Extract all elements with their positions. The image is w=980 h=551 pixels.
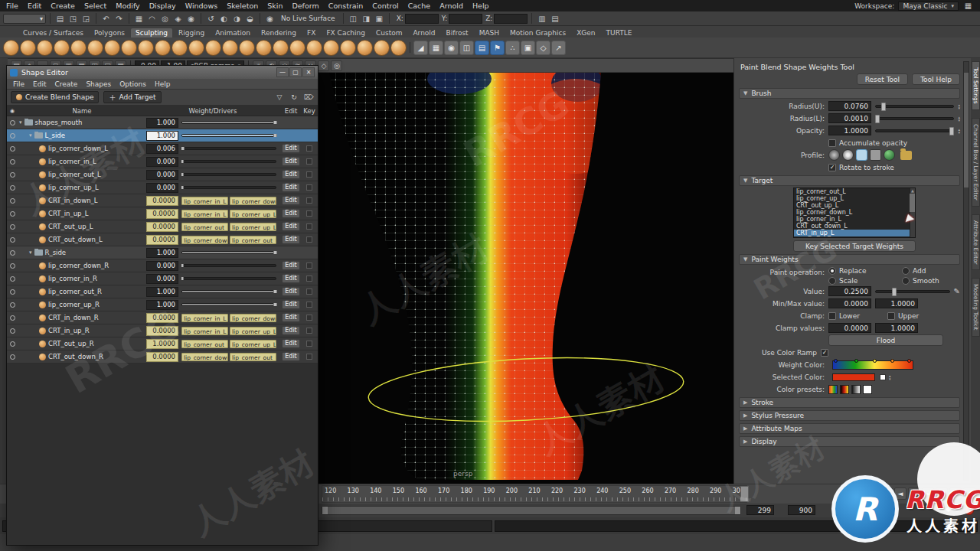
- shape-row-crt-in-up-l[interactable]: CRT_in_up_L0.0000lip_corner_in_Llip_corn…: [7, 207, 318, 220]
- menu-control[interactable]: Control: [372, 2, 398, 10]
- menu-select[interactable]: Select: [84, 2, 106, 10]
- xray-icon[interactable]: ◇: [318, 60, 329, 71]
- section-target[interactable]: ▼Target: [739, 175, 960, 186]
- weight-value-field[interactable]: 0.000: [146, 170, 178, 180]
- open-scene-icon[interactable]: ◳: [67, 13, 79, 24]
- sculpt-brush-icon[interactable]: [70, 40, 87, 56]
- row-select-gutter[interactable]: [7, 159, 18, 165]
- menu-windows[interactable]: Windows: [185, 2, 217, 10]
- slider-handle[interactable]: [881, 103, 886, 111]
- weight-value-field[interactable]: 1.0000: [146, 339, 178, 349]
- slider-knob[interactable]: [273, 303, 277, 306]
- min-value-field[interactable]: 0.0000: [828, 298, 871, 308]
- sculpt-brush-icon[interactable]: [374, 40, 390, 56]
- weight-slider[interactable]: [181, 277, 276, 280]
- row-select-gutter[interactable]: [7, 302, 18, 308]
- new-scene-icon[interactable]: ▤: [54, 13, 66, 24]
- slider-knob[interactable]: [273, 251, 277, 254]
- radio-scale-icon[interactable]: [828, 277, 836, 285]
- shelf-tab-curves-surfaces[interactable]: Curves / Surfaces: [18, 28, 88, 37]
- go-to-end-icon[interactable]: »: [963, 487, 975, 500]
- shape-row-crt-in-down-l[interactable]: CRT_in_down_L0.0000lip_corner_in_Llip_co…: [7, 194, 318, 207]
- sculpt-brush-icon[interactable]: [390, 40, 407, 56]
- edit-button[interactable]: Edit: [282, 196, 300, 205]
- go-to-start-icon[interactable]: «: [867, 487, 879, 500]
- slider-knob[interactable]: [181, 264, 184, 267]
- add-target-button[interactable]: ＋Add Target: [103, 91, 161, 103]
- attribute-editor-toggle-icon[interactable]: ▤: [549, 13, 560, 24]
- magnet-icon[interactable]: ◉: [264, 13, 276, 24]
- row-select-gutter[interactable]: [7, 328, 18, 334]
- menu-create[interactable]: Create: [51, 2, 75, 10]
- key-icon[interactable]: [306, 158, 312, 165]
- slider-handle[interactable]: [875, 115, 880, 123]
- value-field[interactable]: 0.2500: [828, 286, 871, 296]
- panel-scrollbar[interactable]: [963, 61, 969, 481]
- row-select-gutter[interactable]: [7, 237, 18, 243]
- shape-editor-titlebar[interactable]: Shape Editor — ▢ ✕: [7, 66, 318, 79]
- key-icon[interactable]: [306, 328, 312, 334]
- sculpt-brush-icon[interactable]: [20, 40, 36, 56]
- menu-edit[interactable]: Edit: [28, 2, 41, 10]
- history-icon[interactable]: ↺: [205, 13, 217, 24]
- refresh-icon[interactable]: ↻: [289, 92, 299, 103]
- se-menu-create[interactable]: Create: [55, 80, 78, 88]
- row-select-gutter[interactable]: [7, 263, 18, 269]
- slider-knob[interactable]: [181, 160, 184, 163]
- weight-value-field[interactable]: 0.0000: [146, 352, 178, 362]
- clamp-lower-checkbox[interactable]: [828, 312, 836, 320]
- workspace-selector[interactable]: Workspace: Maya Classic▾ ▦: [854, 0, 974, 11]
- clamp-max-field[interactable]: 1.0000: [875, 323, 918, 333]
- menu-file[interactable]: File: [6, 2, 18, 10]
- weight-slider[interactable]: [181, 264, 276, 267]
- weight-value-field[interactable]: 0.000: [146, 261, 178, 271]
- slider-knob[interactable]: [181, 173, 184, 176]
- row-select-gutter[interactable]: [7, 211, 18, 217]
- menu-modify[interactable]: Modify: [116, 2, 139, 10]
- slider-knob[interactable]: [181, 147, 185, 150]
- sculpt-brush-icon[interactable]: [155, 40, 171, 56]
- ipr-render-icon[interactable]: ◑: [231, 13, 243, 24]
- shelf-doc-blue-icon[interactable]: ▤: [475, 41, 489, 55]
- step-back-frame-icon[interactable]: ◄: [894, 487, 906, 500]
- shape-row-lip-corner-up-r[interactable]: lip_corner_up_R1.000Edit: [7, 298, 318, 311]
- sculpt-brush-icon[interactable]: [3, 40, 19, 56]
- rotate-to-stroke-checkbox[interactable]: ✓: [828, 164, 836, 171]
- sculpt-brush-icon[interactable]: [340, 40, 356, 56]
- preset-rainbow-swatch[interactable]: [828, 385, 838, 394]
- profile-custom-icon[interactable]: [884, 149, 895, 161]
- edit-button[interactable]: Edit: [282, 209, 300, 218]
- ramp-stop-icon[interactable]: [854, 359, 858, 363]
- edit-button[interactable]: Edit: [282, 144, 300, 153]
- playback-end-field[interactable]: 299: [746, 505, 774, 515]
- weight-slider[interactable]: [181, 303, 276, 306]
- opacity-field[interactable]: 1.0000: [828, 126, 871, 135]
- shelf-tab-xgen[interactable]: XGen: [572, 28, 599, 37]
- profile-soft-icon[interactable]: [842, 149, 854, 161]
- clamp-min-field[interactable]: 0.0000: [828, 323, 871, 333]
- step-forward-key-icon[interactable]: ›: [949, 487, 962, 500]
- clamp-upper-checkbox[interactable]: [887, 312, 895, 320]
- weight-slider[interactable]: [181, 121, 276, 124]
- sculpt-brush-icon[interactable]: [256, 40, 272, 56]
- sculpt-brush-icon[interactable]: [54, 40, 70, 56]
- input-icon[interactable]: ◫: [348, 13, 359, 24]
- target-item-crt-in-up-l[interactable]: CRT_in_up_L: [794, 230, 915, 236]
- shelf-tab-arnold[interactable]: Arnold: [408, 28, 439, 37]
- browse-folder-icon[interactable]: [900, 151, 912, 160]
- slider-knob[interactable]: [273, 121, 277, 124]
- slider-knob[interactable]: [181, 186, 184, 189]
- profile-gaussian-icon[interactable]: [828, 149, 840, 161]
- isolate-select-icon[interactable]: ◎: [331, 60, 342, 71]
- edit-button[interactable]: Edit: [282, 274, 300, 283]
- section-brush[interactable]: ▼Brush: [739, 88, 960, 99]
- shelf-stamp-icon[interactable]: ◉: [444, 41, 459, 55]
- ramp-stop-icon[interactable]: [890, 359, 894, 363]
- shelf-mirror-icon[interactable]: ◫: [459, 41, 474, 55]
- close-button[interactable]: ✕: [302, 67, 315, 77]
- target-list[interactable]: lip_corner_out_Llip_corner_up_LCRT_out_u…: [793, 187, 916, 238]
- step-forward-frame-icon[interactable]: ►: [936, 487, 948, 500]
- shape-row-crt-out-up-l[interactable]: CRT_out_up_L0.0000lip_corner_out_Llip_co…: [7, 220, 318, 233]
- panel-tab-channel-box-layer-editor[interactable]: Channel Box / Layer Editor: [972, 118, 980, 207]
- save-scene-icon[interactable]: ◲: [80, 13, 92, 24]
